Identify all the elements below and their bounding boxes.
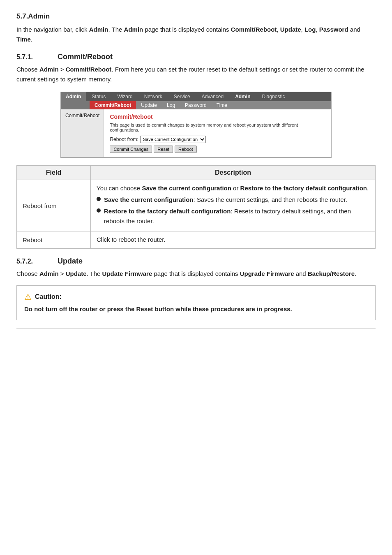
nav-screenshot: Admin Status Wizard Network Service Adva… — [60, 92, 332, 158]
nav-sub-bar: Commit/Reboot Update Log Password Time — [61, 101, 331, 109]
subsection-2-name: Update — [58, 257, 83, 266]
caution-label: Caution: — [35, 293, 62, 301]
nav-item-service[interactable]: Service — [168, 92, 196, 101]
commit-changes-button[interactable]: Commit Changes — [110, 146, 152, 153]
reset-button[interactable]: Reset — [154, 146, 173, 153]
btn-row: Commit Changes Reset Reboot — [110, 146, 325, 153]
caution-text: Do not turn off the router or press the … — [24, 304, 368, 314]
nav-item-diagnostic[interactable]: Diagnostic — [256, 92, 291, 101]
nav-items: Status Wizard Network Service Advanced A… — [86, 92, 331, 101]
sidebar: Commit/Reboot — [61, 109, 104, 157]
nav-item-wizard[interactable]: Wizard — [111, 92, 138, 101]
content-area: Commit/Reboot Commit/Reboot This page is… — [61, 109, 331, 157]
field-description-table: Field Description Reboot from You can ch… — [16, 165, 376, 249]
subsection-2-number: 5.7.2. — [16, 258, 45, 265]
subsection-2-desc: Choose Admin > Update. The Update Firmwa… — [16, 269, 376, 279]
bullet-dot-save — [97, 197, 101, 201]
nav-sub-log[interactable]: Log — [162, 101, 180, 109]
subsection-1-number: 5.7.1. — [16, 53, 45, 61]
subsection-2-header: 5.7.2. Update — [16, 257, 376, 266]
col-description: Description — [91, 166, 376, 180]
nav-sub-update[interactable]: Update — [136, 101, 162, 109]
bullet-restore: Restore to the factory default configura… — [97, 206, 369, 227]
subsection-1-name: Commit/Reboot — [58, 53, 113, 61]
reboot-row: Reboot from: Save Current Configuration — [110, 136, 325, 143]
commit-panel-desc: This page is used to commit changes to s… — [110, 123, 325, 132]
nav-sub-password[interactable]: Password — [180, 101, 212, 109]
bullet-save: Save the current configuration: Saves th… — [97, 195, 369, 205]
field-reboot: Reboot — [17, 231, 91, 249]
section-divider — [16, 328, 376, 329]
desc-reboot-from: You can choose Save the current configur… — [91, 180, 376, 231]
caution-icon: ⚠ — [24, 292, 32, 302]
nav-item-admin[interactable]: Admin — [229, 92, 256, 101]
sidebar-item-commit-reboot[interactable]: Commit/Reboot — [65, 112, 99, 119]
reboot-label: Reboot from: — [110, 136, 138, 142]
nav-sub-time[interactable]: Time — [212, 101, 232, 109]
commit-panel-title: Commit/Reboot — [110, 113, 325, 120]
nav-item-advanced[interactable]: Advanced — [196, 92, 229, 101]
nav-admin-label: Admin — [61, 92, 86, 101]
bullet-dot-restore — [97, 208, 101, 213]
bullet-save-text: Save the current configuration: Saves th… — [104, 195, 347, 205]
reboot-select[interactable]: Save Current Configuration — [140, 136, 206, 143]
table-row-reboot-from: Reboot from You can choose Save the curr… — [17, 180, 376, 231]
nav-bar: Admin Status Wizard Network Service Adva… — [61, 92, 331, 101]
section-title: 5.7.Admin — [16, 12, 376, 21]
nav-item-network[interactable]: Network — [138, 92, 168, 101]
nav-sub-blank — [61, 101, 90, 109]
caution-header: ⚠ Caution: — [24, 292, 368, 302]
desc-reboot: Click to reboot the router. — [91, 231, 376, 249]
section-intro: In the navigation bar, click Admin. The … — [16, 25, 376, 44]
reboot-button[interactable]: Reboot — [175, 146, 196, 153]
subsection-1-desc: Choose Admin > Commit/Reboot. From here … — [16, 65, 376, 84]
caution-box: ⚠ Caution: Do not turn off the router or… — [16, 285, 376, 320]
main-content: Commit/Reboot This page is used to commi… — [104, 109, 331, 157]
table-row-reboot: Reboot Click to reboot the router. — [17, 231, 376, 249]
field-reboot-from: Reboot from — [17, 180, 91, 231]
subsection-1-header: 5.7.1. Commit/Reboot — [16, 53, 376, 61]
nav-item-status[interactable]: Status — [86, 92, 111, 101]
nav-sub-commit-reboot[interactable]: Commit/Reboot — [90, 101, 136, 109]
bullet-restore-text: Restore to the factory default configura… — [104, 206, 369, 227]
col-field: Field — [17, 166, 91, 180]
